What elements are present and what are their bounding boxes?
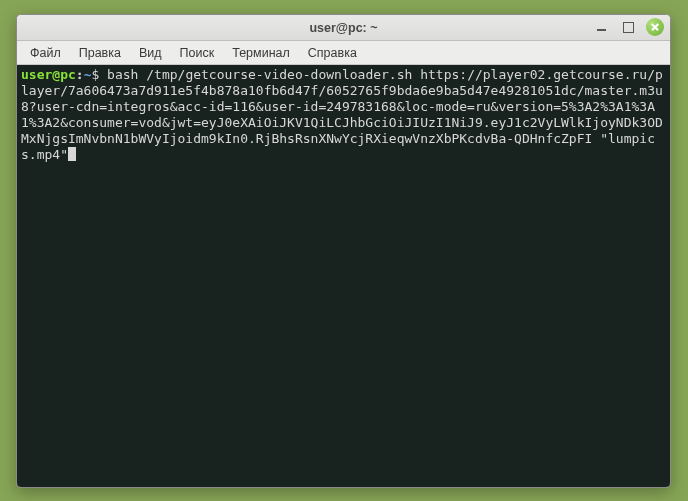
- menu-file[interactable]: Файл: [21, 44, 70, 62]
- window-title: user@pc: ~: [17, 21, 670, 35]
- menu-terminal[interactable]: Терминал: [223, 44, 299, 62]
- maximize-icon[interactable]: [619, 18, 637, 36]
- prompt-user: user@pc: [21, 67, 76, 82]
- terminal-area[interactable]: user@pc:~$ bash /tmp/getcourse-video-dow…: [17, 65, 670, 487]
- prompt-dollar: $: [91, 67, 107, 82]
- close-icon[interactable]: [646, 18, 664, 36]
- menu-help[interactable]: Справка: [299, 44, 366, 62]
- prompt-colon: :: [76, 67, 84, 82]
- minimize-icon[interactable]: [592, 18, 610, 36]
- menubar: Файл Правка Вид Поиск Терминал Справка: [17, 41, 670, 65]
- command-line: user@pc:~$ bash /tmp/getcourse-video-dow…: [21, 67, 666, 163]
- command-text: bash /tmp/getcourse-video-downloader.sh …: [21, 67, 663, 162]
- window-controls: [592, 18, 664, 36]
- menu-view[interactable]: Вид: [130, 44, 171, 62]
- titlebar[interactable]: user@pc: ~: [17, 15, 670, 41]
- terminal-window: user@pc: ~ Файл Правка Вид Поиск Термина…: [16, 14, 671, 488]
- menu-edit[interactable]: Правка: [70, 44, 130, 62]
- menu-search[interactable]: Поиск: [171, 44, 224, 62]
- cursor-icon: [68, 147, 76, 161]
